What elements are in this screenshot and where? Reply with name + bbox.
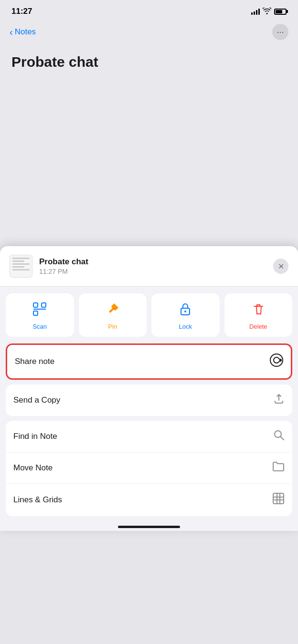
grid-icon — [272, 492, 285, 508]
scan-label: Scan — [32, 323, 47, 330]
wifi-icon — [263, 8, 271, 16]
search-icon — [273, 429, 285, 444]
lock-icon — [178, 302, 192, 318]
status-icons — [251, 8, 287, 16]
find-in-note-button[interactable]: Find in Note — [6, 421, 292, 452]
note-preview-time: 11:27 PM — [39, 268, 88, 275]
home-bar — [118, 526, 180, 528]
battery-icon — [274, 9, 287, 15]
back-label: Notes — [15, 27, 36, 37]
move-note-label: Move Note — [13, 463, 53, 473]
chevron-left-icon: ‹ — [10, 27, 13, 37]
send-copy-icon — [273, 393, 285, 407]
status-time: 11:27 — [11, 7, 32, 16]
pin-icon — [106, 302, 120, 318]
share-note-label: Share note — [15, 357, 54, 366]
back-button[interactable]: ‹ Notes — [10, 27, 36, 37]
folder-icon — [272, 461, 285, 475]
note-preview-left: Probate chat 11:27 PM — [10, 255, 88, 278]
scan-icon — [32, 302, 47, 318]
home-indicator — [0, 521, 298, 531]
actions-section: Scan Pin — [0, 287, 298, 343]
pin-label: Pin — [108, 323, 117, 330]
bottom-menu-group: Find in Note Move Note Lines & Grid — [0, 421, 298, 521]
lines-grids-label: Lines & Grids — [13, 495, 62, 505]
svg-point-9 — [279, 359, 282, 362]
bottom-sheet: Probate chat 11:27 PM ✕ Scan — [0, 246, 298, 531]
move-note-button[interactable]: Move Note — [6, 452, 292, 483]
menu-group-wrap: Find in Note Move Note Lines & Grid — [6, 421, 292, 516]
svg-rect-1 — [33, 311, 38, 315]
actions-grid: Scan Pin — [6, 293, 292, 337]
send-copy-label: Send a Copy — [13, 395, 60, 405]
status-bar: 11:27 — [0, 0, 298, 20]
delete-icon — [251, 302, 266, 318]
lines-grids-button[interactable]: Lines & Grids — [6, 483, 292, 516]
note-thumbnail — [10, 255, 32, 278]
share-note-icon — [270, 353, 283, 370]
lock-button[interactable]: Lock — [151, 293, 220, 337]
svg-line-11 — [280, 436, 284, 440]
send-copy-wrap: Send a Copy — [6, 384, 292, 416]
note-title[interactable]: Probate chat — [11, 53, 287, 71]
close-button[interactable]: ✕ — [273, 259, 288, 274]
more-options-button[interactable]: ··· — [272, 24, 288, 40]
send-copy-button[interactable]: Send a Copy — [6, 384, 292, 416]
note-preview-header: Probate chat 11:27 PM ✕ — [0, 246, 298, 287]
pin-button[interactable]: Pin — [79, 293, 147, 337]
delete-label: Delete — [249, 323, 267, 330]
svg-rect-12 — [273, 493, 284, 504]
scan-button[interactable]: Scan — [6, 293, 74, 337]
svg-rect-2 — [42, 303, 46, 307]
close-icon: ✕ — [278, 262, 284, 271]
ellipsis-icon: ··· — [277, 27, 284, 37]
single-menu-group: Send a Copy — [0, 384, 298, 421]
signal-icon — [251, 8, 260, 15]
svg-point-6 — [184, 311, 186, 312]
delete-button[interactable]: Delete — [224, 293, 293, 337]
nav-bar: ‹ Notes ··· — [0, 20, 298, 46]
note-content-area: Probate chat — [0, 46, 298, 246]
share-note-button[interactable]: Share note — [6, 343, 292, 380]
note-preview-info: Probate chat 11:27 PM — [39, 257, 88, 275]
find-in-note-label: Find in Note — [13, 432, 57, 441]
note-preview-title: Probate chat — [39, 257, 88, 267]
svg-rect-0 — [33, 303, 38, 307]
lock-label: Lock — [179, 323, 192, 330]
